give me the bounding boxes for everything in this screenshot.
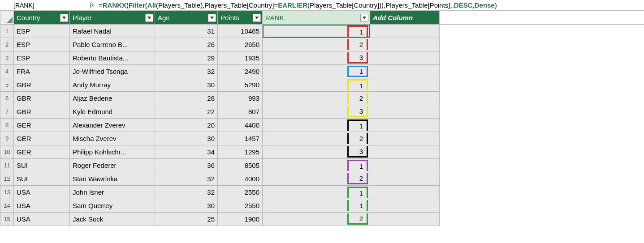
cell-age[interactable]: 29 — [155, 51, 218, 65]
cell-player[interactable]: Roberto Bautista... — [70, 51, 155, 65]
cell-points[interactable]: 8505 — [218, 159, 263, 172]
row-number[interactable]: 12 — [0, 172, 14, 186]
cell-add-column[interactable] — [370, 213, 440, 226]
cell-add-column[interactable] — [370, 38, 440, 51]
cell-rank[interactable]: 2 — [263, 92, 370, 105]
row-number[interactable]: 4 — [0, 65, 14, 78]
cell-age[interactable]: 20 — [155, 119, 218, 132]
cell-rank[interactable]: 2 — [263, 38, 370, 51]
cell-player[interactable]: Jo-Wilfried Tsonga — [70, 65, 155, 78]
cell-rank[interactable]: 1 — [263, 119, 370, 132]
row-number[interactable]: 11 — [0, 159, 14, 172]
header-rank[interactable]: RANK — [263, 11, 370, 25]
header-add-column[interactable]: Add Column — [370, 11, 440, 25]
cell-country[interactable]: SUI — [14, 159, 70, 172]
cell-country[interactable]: GBR — [14, 105, 70, 119]
cell-age[interactable]: 28 — [155, 92, 218, 105]
cell-rank[interactable]: 1 — [263, 199, 370, 213]
cell-points[interactable]: 5290 — [218, 78, 263, 92]
row-number[interactable]: 8 — [0, 119, 14, 132]
cell-country[interactable]: GBR — [14, 92, 70, 105]
cell-add-column[interactable] — [370, 92, 440, 105]
filter-dropdown-icon[interactable] — [208, 14, 216, 22]
cell-country[interactable]: SUI — [14, 172, 70, 186]
cell-player[interactable]: Kyle Edmund — [70, 105, 155, 119]
cell-country[interactable]: GER — [14, 119, 70, 132]
header-age[interactable]: Age — [155, 11, 218, 25]
header-country[interactable]: Country — [14, 11, 70, 25]
cell-player[interactable]: Philipp Kohlschr... — [70, 145, 155, 159]
filter-dropdown-icon[interactable] — [253, 14, 261, 22]
cell-age[interactable]: 32 — [155, 172, 218, 186]
cell-rank[interactable]: 3 — [263, 145, 370, 159]
filter-dropdown-icon[interactable] — [145, 14, 153, 22]
select-all-corner[interactable] — [0, 11, 14, 25]
cell-rank[interactable]: 1 — [263, 186, 370, 199]
cell-add-column[interactable] — [370, 105, 440, 119]
row-number[interactable]: 13 — [0, 186, 14, 199]
cell-player[interactable]: Roger Federer — [70, 159, 155, 172]
cell-age[interactable]: 22 — [155, 105, 218, 119]
cell-player[interactable]: Sam Querrey — [70, 199, 155, 213]
cell-age[interactable]: 30 — [155, 199, 218, 213]
cell-add-column[interactable] — [370, 186, 440, 199]
filter-dropdown-icon[interactable] — [60, 14, 68, 22]
cell-points[interactable]: 1295 — [218, 145, 263, 159]
cell-country[interactable]: GER — [14, 145, 70, 159]
cell-points[interactable]: 2550 — [218, 199, 263, 213]
cell-age[interactable]: 30 — [155, 132, 218, 145]
filter-dropdown-icon[interactable] — [360, 14, 368, 22]
cell-add-column[interactable] — [370, 145, 440, 159]
cell-add-column[interactable] — [370, 78, 440, 92]
cell-add-column[interactable] — [370, 199, 440, 213]
cell-country[interactable]: USA — [14, 186, 70, 199]
cell-player[interactable]: John Isner — [70, 186, 155, 199]
header-points[interactable]: Points — [218, 11, 263, 25]
cell-points[interactable]: 807 — [218, 105, 263, 119]
formula-input[interactable]: =RANKX(Filter(All(Players_Table),Players… — [99, 1, 644, 9]
cell-age[interactable]: 32 — [155, 186, 218, 199]
cell-rank[interactable]: 3 — [263, 105, 370, 119]
cell-age[interactable]: 36 — [155, 159, 218, 172]
row-number[interactable]: 5 — [0, 78, 14, 92]
cell-add-column[interactable] — [370, 119, 440, 132]
cell-add-column[interactable] — [370, 25, 440, 38]
cell-age[interactable]: 34 — [155, 145, 218, 159]
cell-points[interactable]: 10465 — [218, 25, 263, 38]
cell-age[interactable]: 26 — [155, 38, 218, 51]
cell-age[interactable]: 30 — [155, 78, 218, 92]
row-number[interactable]: 9 — [0, 132, 14, 145]
cell-player[interactable]: Alexander Zverev — [70, 119, 155, 132]
cell-rank[interactable]: 2 — [263, 213, 370, 226]
cell-rank[interactable]: 1 — [263, 78, 370, 92]
cell-country[interactable]: ESP — [14, 25, 70, 38]
row-number[interactable]: 1 — [0, 25, 14, 38]
cell-country[interactable]: USA — [14, 213, 70, 226]
cell-country[interactable]: ESP — [14, 38, 70, 51]
name-box[interactable]: [RANK] — [0, 0, 85, 10]
cell-points[interactable]: 4000 — [218, 172, 263, 186]
cell-country[interactable]: GBR — [14, 78, 70, 92]
cell-rank[interactable]: 2 — [263, 132, 370, 145]
cell-rank[interactable]: 2 — [263, 172, 370, 186]
cell-points[interactable]: 1457 — [218, 132, 263, 145]
cell-player[interactable]: Stan Wawrinka — [70, 172, 155, 186]
header-player[interactable]: Player — [70, 11, 155, 25]
cell-player[interactable]: Jack Sock — [70, 213, 155, 226]
cell-player[interactable]: Aljaz Bedene — [70, 92, 155, 105]
cell-age[interactable]: 32 — [155, 65, 218, 78]
cell-country[interactable]: FRA — [14, 65, 70, 78]
cell-player[interactable]: Rafael Nadal — [70, 25, 155, 38]
row-number[interactable]: 10 — [0, 145, 14, 159]
cell-player[interactable]: Mischa Zverev — [70, 132, 155, 145]
row-number[interactable]: 14 — [0, 199, 14, 213]
cell-country[interactable]: USA — [14, 199, 70, 213]
row-number[interactable]: 2 — [0, 38, 14, 51]
cell-add-column[interactable] — [370, 65, 440, 78]
cell-rank[interactable]: 1 — [263, 65, 370, 78]
cell-rank[interactable]: 1 — [263, 25, 370, 38]
cell-points[interactable]: 2550 — [218, 186, 263, 199]
cell-country[interactable]: ESP — [14, 51, 70, 65]
cell-age[interactable]: 25 — [155, 213, 218, 226]
cell-player[interactable]: Andy Murray — [70, 78, 155, 92]
